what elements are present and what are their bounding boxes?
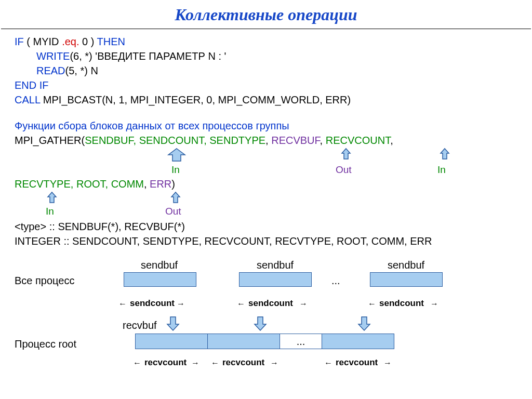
gather-caption: Функции сбора блоков данных от всех проц… bbox=[15, 118, 517, 133]
gather-sig-2: RECVTYPE, ROOT, COMM, ERR) bbox=[15, 177, 517, 191]
gather-err: ERR bbox=[150, 178, 171, 190]
arrow-up-icon bbox=[341, 148, 351, 160]
gather-comm: COMM bbox=[111, 178, 144, 190]
gather-sendtype: SENDTYPE bbox=[209, 135, 265, 146]
harrow-left-icon: ← bbox=[368, 298, 376, 310]
harrow-left-icon: ← bbox=[133, 357, 141, 369]
sep5: , bbox=[390, 135, 393, 146]
divider bbox=[1, 29, 531, 29]
sep2: , bbox=[204, 135, 209, 146]
sendbuf-box-2 bbox=[239, 272, 312, 287]
arrow-up-icon bbox=[440, 148, 450, 160]
arrow-up-icon bbox=[170, 191, 181, 204]
txt-myid: ( MYID bbox=[24, 36, 62, 47]
harrow-right-icon: → bbox=[270, 357, 278, 369]
label-in-2: In bbox=[437, 163, 446, 177]
code-line-3: READ(5, *) N bbox=[36, 63, 517, 78]
gather-sig-1: MPI_GATHER(SENDBUF, SENDCOUNT, SENDTYPE,… bbox=[15, 133, 517, 148]
harrow-right-icon: → bbox=[177, 298, 185, 310]
page-title: Коллективные операции bbox=[0, 5, 532, 24]
gather-diagram: sendbuf sendbuf sendbuf Все процесс ... … bbox=[15, 258, 517, 398]
kw-write: WRITE bbox=[36, 50, 70, 62]
op-eq: .eq. bbox=[62, 36, 79, 47]
harrow-left-icon: ← bbox=[118, 298, 127, 310]
dots-1: ... bbox=[331, 273, 340, 288]
sendcount-3: sendcount bbox=[379, 297, 424, 310]
gather-close: ) bbox=[171, 178, 175, 190]
recv-seg-3 bbox=[322, 334, 394, 349]
sendcount-2: sendcount bbox=[248, 297, 293, 310]
kw-call: CALL bbox=[15, 94, 40, 105]
label-in-3: In bbox=[46, 205, 54, 219]
kw-endif: END IF bbox=[15, 78, 517, 92]
label-in-1: In bbox=[171, 163, 180, 177]
gather-sendbuf: SENDBUF bbox=[85, 135, 133, 146]
recvcount-3: recvcount bbox=[336, 356, 378, 369]
recv-seg-1 bbox=[135, 334, 208, 349]
harrow-left-icon: ← bbox=[324, 357, 332, 369]
sendbuf-label-3: sendbuf bbox=[388, 258, 424, 272]
gather-recvcount: RECVCOUNT bbox=[326, 135, 390, 146]
gather-root: ROOT bbox=[76, 178, 105, 190]
code-line-5: CALL MPI_BCAST(N, 1, MPI_INTEGER, 0, MPI… bbox=[15, 92, 517, 107]
args-read: (5, *) N bbox=[65, 65, 98, 76]
code-line-2: WRITE(6, *) 'ВВЕДИТЕ ПАРАМЕТР N : ' bbox=[36, 49, 517, 63]
kw-then: THEN bbox=[97, 36, 125, 47]
all-proc-label: Все процесс bbox=[15, 273, 74, 288]
arrow-up-icon bbox=[47, 191, 57, 204]
decl-2: INTEGER :: SENDCOUNT, SENDTYPE, RECVCOUN… bbox=[15, 234, 517, 248]
sep4: , bbox=[320, 135, 326, 146]
args-write: (6, *) 'ВВЕДИТЕ ПАРАМЕТР N : ' bbox=[70, 50, 226, 62]
harrow-right-icon: → bbox=[299, 298, 308, 310]
bcast-call: MPI_BCAST(N, 1, MPI_INTEGER, 0, MPI_COMM… bbox=[40, 94, 351, 105]
gather-recvtype: RECVTYPE bbox=[15, 178, 71, 190]
sendbuf-label-2: sendbuf bbox=[257, 258, 294, 272]
harrow-left-icon: ← bbox=[237, 298, 245, 310]
kw-read: READ bbox=[36, 65, 65, 76]
sendbuf-box-1 bbox=[124, 272, 196, 287]
sep6: , bbox=[71, 178, 76, 190]
decl-1: <type> :: SENDBUF(*), RECVBUF(*) bbox=[15, 219, 517, 234]
sep3: , bbox=[265, 135, 271, 146]
slide-content: IF ( MYID .eq. 0 ) THEN WRITE(6, *) 'ВВЕ… bbox=[0, 34, 532, 398]
sendbuf-label-1: sendbuf bbox=[141, 258, 178, 272]
harrow-right-icon: → bbox=[191, 357, 200, 369]
label-out-2: Out bbox=[165, 205, 181, 219]
sep1: , bbox=[134, 135, 139, 146]
recvcount-1: recvcount bbox=[144, 356, 187, 369]
harrow-right-icon: → bbox=[383, 357, 392, 369]
txt-zero: 0 ) bbox=[79, 36, 97, 47]
gather-recvbuf: RECVBUF bbox=[271, 135, 320, 146]
arrow-row-2: In Out bbox=[15, 191, 517, 219]
arrow-down-icon bbox=[254, 316, 267, 331]
gather-sendcount: SENDCOUNT bbox=[139, 135, 204, 146]
label-out-1: Out bbox=[336, 163, 352, 177]
sep8: , bbox=[144, 178, 150, 190]
arrow-down-icon bbox=[166, 316, 180, 331]
arrow-down-icon bbox=[357, 316, 371, 331]
recv-seg-2 bbox=[207, 334, 280, 349]
recvbuf-label: recvbuf bbox=[123, 318, 157, 332]
sendbuf-box-3 bbox=[370, 272, 443, 287]
harrow-right-icon: → bbox=[430, 298, 438, 310]
gather-fn: MPI_GATHER( bbox=[15, 135, 85, 146]
kw-if: IF bbox=[15, 36, 24, 47]
harrow-left-icon: ← bbox=[211, 357, 219, 369]
arrow-up-icon bbox=[165, 148, 188, 163]
recvcount-2: recvcount bbox=[222, 356, 264, 369]
recv-dots: ... bbox=[280, 334, 322, 349]
sendcount-1: sendcount bbox=[130, 297, 175, 310]
code-line-1: IF ( MYID .eq. 0 ) THEN bbox=[15, 34, 517, 49]
sep7: , bbox=[105, 178, 111, 190]
arrow-row-1: In Out In bbox=[15, 148, 517, 177]
root-proc-label: Процесс root bbox=[15, 337, 76, 351]
